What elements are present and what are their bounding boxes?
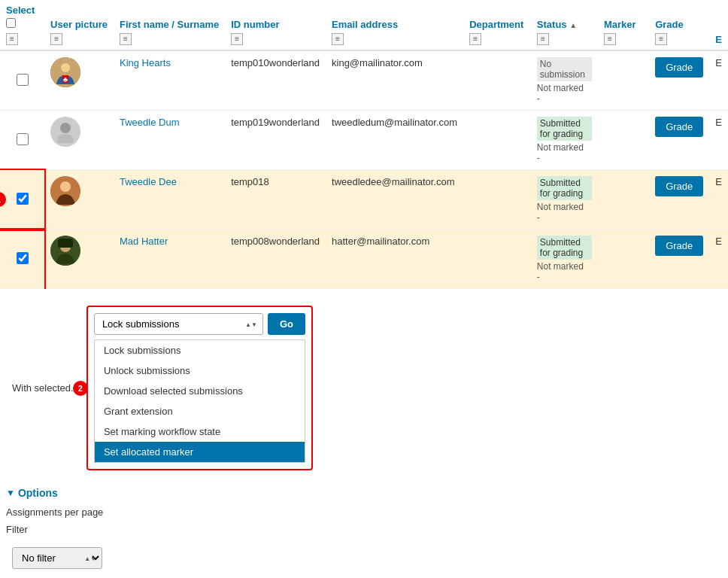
grade-cell: Grade xyxy=(649,111,709,170)
dash-separator: - xyxy=(537,212,592,223)
assignments-per-page-row: Assignments per page xyxy=(6,507,722,518)
table-body: ♣King Heartstemp010wonderlandking@mailin… xyxy=(0,50,728,289)
grade-button[interactable]: Grade xyxy=(655,117,703,137)
dropdown-badge-wrapper: 2 Lock submissions Unlock submissions Do… xyxy=(86,306,313,470)
not-marked-label: Not marked xyxy=(537,261,592,272)
not-marked-label: Not marked xyxy=(537,202,592,212)
status-badge: Submitted for grading xyxy=(537,176,592,200)
select-filter-icon[interactable]: ≡ xyxy=(6,33,18,45)
grade-button[interactable]: Grade xyxy=(655,236,703,256)
avatar-cell xyxy=(44,111,114,170)
email-cell: king@mailinator.com xyxy=(326,50,463,111)
name-filter-icon[interactable]: ≡ xyxy=(120,33,132,45)
no-filter-row: No filter xyxy=(6,541,722,575)
svg-point-4 xyxy=(60,123,71,133)
with-selected-label: With selected... xyxy=(12,382,79,394)
dropdown-item[interactable]: Lock submissions xyxy=(95,340,305,360)
dept-filter-icon[interactable]: ≡ xyxy=(469,33,481,45)
extra-cell: E xyxy=(709,111,728,170)
dash-separator: - xyxy=(537,272,592,282)
student-name-link[interactable]: Tweedle Dum xyxy=(120,117,179,128)
dropdown-item[interactable]: Download selected submissions xyxy=(95,381,305,401)
svg-point-7 xyxy=(60,181,71,192)
grade-button[interactable]: Grade xyxy=(655,57,703,78)
email-cell: tweedledee@mailinator.com xyxy=(326,170,463,230)
status-badge: Submitted for grading xyxy=(537,117,592,141)
dropdown-item[interactable]: Unlock submissions xyxy=(95,360,305,381)
name-cell: King Hearts xyxy=(114,50,225,111)
options-section: ▼ Options Assignments per page Filter No… xyxy=(0,479,728,578)
status-badge: Submitted for grading xyxy=(537,236,592,260)
email-column-header: Email address ≡ xyxy=(326,0,463,50)
svg-point-5 xyxy=(57,134,74,143)
dropdown-item[interactable]: Set allocated marker xyxy=(95,442,305,462)
marker-cell xyxy=(598,170,649,230)
dropdown-item[interactable]: Set marking workflow state xyxy=(95,421,305,442)
table-row: Tweedle Dumtemp019wonderlandtweedledum@m… xyxy=(0,111,728,170)
department-column-header: Department ≡ xyxy=(463,0,531,50)
user-picture-header-label: User picture xyxy=(50,19,108,30)
row-checkbox[interactable] xyxy=(17,74,29,86)
filter-row: Filter xyxy=(6,524,722,535)
status-badge: No submission xyxy=(537,57,592,81)
department-header-label: Department xyxy=(469,19,523,30)
grade-header-label: Grade xyxy=(655,19,684,30)
student-name-link[interactable]: King Hearts xyxy=(120,57,171,68)
selection-badge-1: 1 xyxy=(0,192,6,207)
status-cell: Submitted for gradingNot marked- xyxy=(531,230,598,289)
grade-filter-icon[interactable]: ≡ xyxy=(655,33,667,45)
marker-header-label: Marker xyxy=(604,19,636,30)
user-picture-column-header: User picture ≡ xyxy=(44,0,114,50)
extra-header-label: E xyxy=(715,34,722,45)
table-row: Mad Hattertemp008wonderlandhatter@mailin… xyxy=(0,230,728,289)
dash-separator: - xyxy=(537,153,592,163)
grade-button[interactable]: Grade xyxy=(655,176,703,196)
id-header-label: ID number xyxy=(231,19,279,30)
student-name-link[interactable]: Mad Hatter xyxy=(120,236,168,247)
avatar-cell xyxy=(44,170,114,230)
name-header-label: First name / Surname xyxy=(120,19,219,30)
marker-cell xyxy=(598,111,649,170)
department-cell xyxy=(463,170,531,230)
options-header[interactable]: ▼ Options xyxy=(6,487,722,499)
row-checkbox[interactable] xyxy=(17,193,29,205)
row-checkbox[interactable] xyxy=(17,133,29,145)
id-cell: temp019wonderland xyxy=(225,111,326,170)
id-cell: temp010wonderland xyxy=(225,50,326,111)
go-button[interactable]: Go xyxy=(268,313,305,335)
department-cell xyxy=(463,50,531,111)
avatar-cell xyxy=(44,230,114,289)
no-filter-select-wrapper: No filter xyxy=(12,547,102,569)
action-select[interactable]: Lock submissions Unlock submissions Down… xyxy=(94,313,263,335)
extra-cell: E xyxy=(709,50,728,111)
action-select-wrapper: Lock submissions Unlock submissions Down… xyxy=(94,313,263,335)
dropdown-item[interactable]: Grant extension xyxy=(95,401,305,421)
not-marked-label: Not marked xyxy=(537,83,592,93)
action-badge: 2 xyxy=(73,381,88,396)
select-column-header: Select ≡ xyxy=(0,0,44,50)
id-cell: temp008wonderland xyxy=(225,230,326,289)
extra-cell: E xyxy=(709,170,728,230)
dropdown-top: Lock submissions Unlock submissions Down… xyxy=(94,313,305,335)
row-checkbox[interactable] xyxy=(17,252,29,264)
marker-column-header: Marker ≡ xyxy=(598,0,649,50)
id-cell: temp018 xyxy=(225,170,326,230)
student-name-link[interactable]: Tweedle Dee xyxy=(120,176,177,187)
select-all-checkbox[interactable] xyxy=(6,18,16,28)
id-filter-icon[interactable]: ≡ xyxy=(231,33,243,45)
marker-filter-icon[interactable]: ≡ xyxy=(604,33,616,45)
assignments-per-page-label: Assignments per page xyxy=(6,507,103,518)
table-header-row: Select ≡ User picture ≡ First name / Sur… xyxy=(0,0,728,50)
id-column-header: ID number ≡ xyxy=(225,0,326,50)
email-cell: hatter@mailinator.com xyxy=(326,230,463,289)
status-filter-icon[interactable]: ≡ xyxy=(537,33,549,45)
no-filter-select[interactable]: No filter xyxy=(12,547,102,569)
table-row: ♣King Heartstemp010wonderlandking@mailin… xyxy=(0,50,728,111)
department-cell xyxy=(463,111,531,170)
user-picture-filter-icon[interactable]: ≡ xyxy=(50,33,62,45)
options-collapse-arrow: ▼ xyxy=(6,488,15,498)
email-filter-icon[interactable]: ≡ xyxy=(332,33,344,45)
grading-table-container: Select ≡ User picture ≡ First name / Sur… xyxy=(0,0,728,289)
email-header-label: Email address xyxy=(332,19,398,30)
grading-table: Select ≡ User picture ≡ First name / Sur… xyxy=(0,0,728,289)
